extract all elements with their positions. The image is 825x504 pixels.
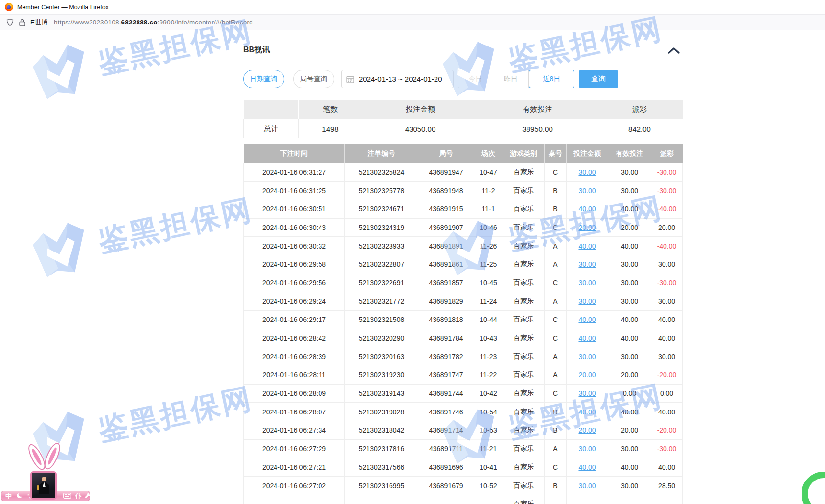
cell-table-no: B xyxy=(545,200,567,218)
cell-order-no: 521302317816 xyxy=(345,439,418,458)
collapse-section-button[interactable] xyxy=(667,47,680,56)
table-row: 2024-01-16 06:28:09521302319143436891744… xyxy=(244,384,683,403)
bet-amount-link[interactable]: 30.00 xyxy=(578,389,596,397)
bet-amount-link[interactable]: 30.00 xyxy=(578,482,596,490)
bet-amount-link[interactable]: 30.00 xyxy=(578,168,596,176)
table-row: 2024-01-16 06:29:17521302321508436891818… xyxy=(244,311,683,329)
cell-payout: 0.00 xyxy=(651,384,683,403)
cell-order-no: 521302320290 xyxy=(345,329,418,347)
cell-game-type: 百家乐 xyxy=(503,439,545,458)
cell-payout: 30.00 xyxy=(651,255,683,274)
ime-toggle-icon[interactable]: 仆 xyxy=(75,493,81,499)
cell-valid-bet: 30.00 xyxy=(608,292,651,311)
quick-range-group: 今日 昨日 近8日 xyxy=(458,70,574,88)
cell-session: 10-47 xyxy=(474,163,503,182)
cell-valid-bet: 20.00 xyxy=(608,218,651,237)
cell-bet-amount: 30.00 xyxy=(567,274,608,292)
cell-round-no: 436891857 xyxy=(418,274,474,292)
cell-table-no: C xyxy=(545,163,567,182)
bet-col-header: 有效投注 xyxy=(608,144,651,163)
bet-amount-link[interactable]: 30.00 xyxy=(578,353,596,361)
bet-amount-link[interactable]: 30.00 xyxy=(578,445,596,453)
cell-session: 11-26 xyxy=(474,237,503,255)
cell-game-type: 百家乐 xyxy=(503,237,545,255)
bet-amount-link[interactable]: 30.00 xyxy=(578,298,596,305)
cell-round-no: 436891915 xyxy=(418,200,474,218)
cell-payout: -30.00 xyxy=(651,182,683,200)
cell-bet-time: 2024-01-16 06:30:32 xyxy=(244,237,345,255)
cell-bet-time: 2024-01-16 06:29:24 xyxy=(244,292,345,311)
cell-table-no: C xyxy=(545,384,567,403)
bet-amount-link[interactable]: 30.00 xyxy=(578,260,596,268)
round-query-tab[interactable]: 局号查询 xyxy=(293,70,334,88)
cell-bet-amount: 40.00 xyxy=(567,200,608,218)
bet-amount-link[interactable]: 30.00 xyxy=(578,279,596,287)
cell-table-no: C xyxy=(545,274,567,292)
ime-keyboard-icon[interactable] xyxy=(63,493,71,500)
cell-valid-bet xyxy=(608,495,651,504)
cell-valid-bet: 40.00 xyxy=(608,329,651,347)
ime-language-toggle[interactable]: 中 xyxy=(5,493,12,499)
cell-session: 10-42 xyxy=(474,384,503,403)
bet-amount-link[interactable]: 40.00 xyxy=(578,242,596,250)
cell-round-no: 436891829 xyxy=(418,292,474,311)
cell-bet-amount: 30.00 xyxy=(567,163,608,182)
bet-amount-link[interactable]: 20.00 xyxy=(578,426,596,434)
cell-order-no: 521302322807 xyxy=(345,255,418,274)
bet-col-header: 下注时间 xyxy=(244,144,345,163)
bet-amount-link[interactable]: 40.00 xyxy=(578,408,596,416)
table-row: 2024-01-16 06:29:58521302322807436891861… xyxy=(244,255,683,274)
bet-col-header: 注单编号 xyxy=(345,144,418,163)
ime-wrench-icon[interactable] xyxy=(85,492,91,500)
summary-cell: 1498 xyxy=(299,119,362,138)
cell-session: 11-1 xyxy=(474,200,503,218)
lock-icon[interactable] xyxy=(19,19,25,26)
cell-session: 11-23 xyxy=(474,347,503,366)
cell-valid-bet: 40.00 xyxy=(608,458,651,477)
last8days-button[interactable]: 近8日 xyxy=(529,70,574,88)
address-bar[interactable]: E世博 https://www20230108.6822888.co:9900/… xyxy=(0,15,825,30)
cell-payout: -30.00 xyxy=(651,163,683,182)
cell-session: 11-2 xyxy=(474,182,503,200)
cell-bet-amount: 20.00 xyxy=(567,218,608,237)
shield-icon[interactable] xyxy=(6,18,14,26)
cell-payout: 30.00 xyxy=(651,292,683,311)
table-row: 2024-01-16 06:28:42521302320290436891784… xyxy=(244,329,683,347)
cell-game-type: 百家乐 xyxy=(503,292,545,311)
bet-amount-link[interactable]: 30.00 xyxy=(578,187,596,195)
yesterday-button[interactable]: 昨日 xyxy=(493,70,529,88)
bet-amount-link[interactable]: 40.00 xyxy=(578,205,596,213)
cell-game-type: 百家乐 xyxy=(503,458,545,477)
cell-bet-time: 2024-01-16 06:28:09 xyxy=(244,384,345,403)
cell-round-no: 436891711 xyxy=(418,439,474,458)
bet-amount-link[interactable]: 40.00 xyxy=(578,316,596,323)
summary-header-row: 笔数投注金额有效投注派彩 xyxy=(244,100,683,119)
bet-amount-link[interactable]: 40.00 xyxy=(578,463,596,471)
today-button[interactable]: 今日 xyxy=(458,70,493,88)
cell-round-no: 436891714 xyxy=(418,421,474,440)
bet-amount-link[interactable]: 40.00 xyxy=(578,334,596,342)
url-text[interactable]: https://www20230108.6822888.co:9900/infe… xyxy=(54,19,253,26)
cell-payout: -20.00 xyxy=(651,366,683,385)
bunny-ear-icon xyxy=(42,441,63,471)
cell-bet-amount: 40.00 xyxy=(567,237,608,255)
bet-amount-link[interactable]: 20.00 xyxy=(578,224,596,231)
cell-game-type: 百家乐 xyxy=(503,477,545,495)
cell-table-no: B xyxy=(545,403,567,421)
bet-amount-link[interactable]: 20.00 xyxy=(578,371,596,379)
search-button[interactable]: 查询 xyxy=(579,70,618,88)
date-query-tab[interactable]: 日期查询 xyxy=(243,70,284,88)
cell-bet-time: 2024-01-16 06:27:29 xyxy=(244,439,345,458)
table-row: 2024-01-16 06:30:32521302323933436891891… xyxy=(244,237,683,255)
date-range-input[interactable]: 2024-01-13 ~ 2024-01-20 xyxy=(341,70,454,88)
cell-session: 10-43 xyxy=(474,329,503,347)
ime-moon-icon[interactable] xyxy=(17,492,23,500)
page-title: BB视讯 xyxy=(243,45,270,55)
ime-skin-photo[interactable] xyxy=(30,471,57,500)
table-row: 2024-01-16 06:27:29521302317816436891711… xyxy=(244,439,683,458)
site-identity-label[interactable]: E世博 xyxy=(30,18,48,27)
cell-valid-bet: 40.00 xyxy=(608,403,651,421)
cell-session: 11-24 xyxy=(474,292,503,311)
bet-col-header: 局号 xyxy=(418,144,474,163)
customer-service-button[interactable] xyxy=(802,472,825,504)
